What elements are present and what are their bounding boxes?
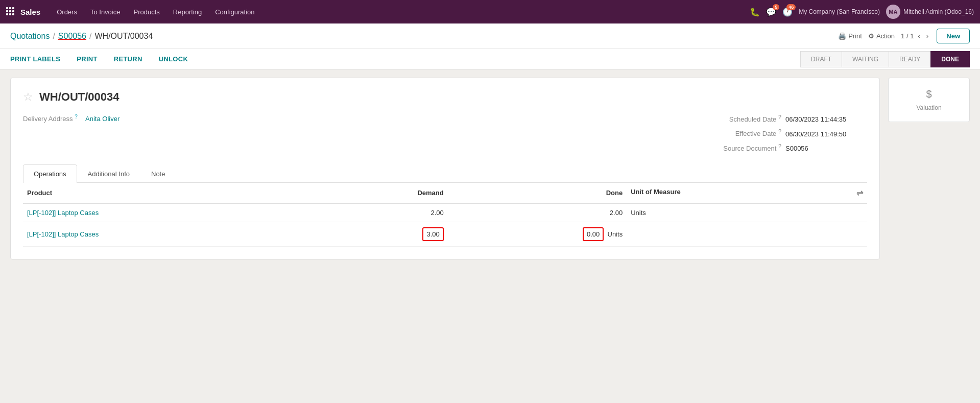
valuation-card[interactable]: $ Valuation — [888, 78, 970, 122]
chat-badge: 5 — [773, 4, 779, 10]
nav-to-invoice[interactable]: To Invoice — [84, 5, 127, 19]
chat-icon[interactable]: 💬 5 — [766, 7, 776, 17]
breadcrumb-s00056[interactable]: S00056 — [58, 32, 86, 41]
delivery-address-field: Delivery Address ? Anita Oliver — [23, 114, 119, 152]
table-row: [LP[-102]] Laptop Cases 2.00 2.00 Units — [23, 203, 867, 222]
scheduled-date-value: 06/30/2023 11:44:35 — [785, 115, 867, 123]
uom-cell-1: Units — [627, 203, 867, 222]
top-navbar: Sales Orders To Invoice Products Reporti… — [0, 0, 980, 23]
scheduled-date-help[interactable]: ? — [778, 114, 781, 120]
scheduled-date-field: Scheduled Date ? 06/30/2023 11:44:35 — [710, 114, 867, 123]
effective-date-field: Effective Date ? 06/30/2023 11:49:50 — [710, 128, 867, 137]
pager-next[interactable]: › — [924, 31, 930, 41]
breadcrumb-current: WH/OUT/00034 — [94, 32, 153, 41]
col-product: Product — [23, 183, 320, 203]
new-button[interactable]: New — [937, 29, 970, 43]
sidebar-area: $ Valuation — [888, 78, 970, 259]
nav-reporting[interactable]: Reporting — [167, 5, 208, 19]
demand-cell-2[interactable]: 3.00 — [320, 222, 447, 246]
demand-highlighted: 3.00 — [422, 227, 443, 241]
print-button[interactable]: 🖨️ Print — [838, 32, 862, 40]
breadcrumb-quotations[interactable]: Quotations — [10, 32, 50, 41]
tab-additional-info[interactable]: Additional Info — [77, 164, 140, 183]
nav-products[interactable]: Products — [127, 5, 165, 19]
operations-table: Product Demand Done Unit of Measure ⇌ [L… — [23, 183, 867, 247]
tabs: Operations Additional Info Note — [23, 164, 867, 183]
effective-date-label: Effective Date ? — [710, 128, 781, 137]
status-draft[interactable]: DRAFT — [800, 51, 842, 67]
user-name: Mitchell Admin (Odoo_16) — [903, 8, 974, 15]
user-avatar: MA — [886, 5, 900, 19]
activities-badge: 46 — [786, 4, 796, 10]
pager: 1 / 1 ‹ › — [901, 31, 930, 41]
status-waiting[interactable]: WAITING — [842, 51, 889, 67]
pager-prev[interactable]: ‹ — [916, 31, 922, 41]
dollar-icon: $ — [926, 88, 931, 100]
done-cell-1: 2.00 — [448, 203, 627, 222]
product-cell-1[interactable]: [LP[-102]] Laptop Cases — [23, 203, 320, 222]
svg-rect-3 — [6, 10, 8, 12]
tab-operations[interactable]: Operations — [23, 164, 77, 183]
done-highlighted: 0.00 — [583, 227, 604, 241]
tab-note[interactable]: Note — [140, 164, 176, 183]
favorite-star[interactable]: ☆ — [23, 90, 33, 104]
printer-icon: 🖨️ — [838, 32, 846, 40]
main-content: ☆ WH/OUT/00034 Delivery Address ? Anita … — [0, 69, 980, 268]
pager-text: 1 / 1 — [901, 32, 914, 40]
print-action-button[interactable]: PRINT — [77, 49, 106, 69]
form-area: ☆ WH/OUT/00034 Delivery Address ? Anita … — [10, 78, 880, 259]
col-demand: Demand — [320, 183, 447, 203]
nav-orders[interactable]: Orders — [51, 5, 83, 19]
activities-icon[interactable]: 🕐 46 — [782, 7, 793, 17]
navbar-right: 🐛 💬 5 🕐 46 My Company (San Francisco) MA… — [750, 5, 974, 19]
print-labels-button[interactable]: PRINT LABELS — [10, 49, 68, 69]
status-done[interactable]: DONE — [930, 51, 970, 67]
svg-rect-5 — [12, 10, 14, 12]
delivery-address-value[interactable]: Anita Oliver — [85, 115, 119, 123]
unlock-button[interactable]: UNLOCK — [159, 49, 196, 69]
delivery-address-help[interactable]: ? — [75, 114, 78, 120]
source-document-value: S00056 — [785, 145, 867, 152]
breadcrumb-actions: 🖨️ Print ⚙ Action 1 / 1 ‹ › New — [838, 29, 970, 43]
action-label: Action — [876, 32, 895, 40]
action-bar: PRINT LABELS PRINT RETURN UNLOCK DRAFT W… — [0, 49, 980, 69]
form-header: ☆ WH/OUT/00034 — [23, 90, 867, 104]
return-button[interactable]: RETURN — [114, 49, 151, 69]
demand-cell-1: 2.00 — [320, 203, 447, 222]
fields-right: Scheduled Date ? 06/30/2023 11:44:35 Eff… — [710, 114, 867, 152]
valuation-label: Valuation — [916, 104, 941, 111]
status-ready[interactable]: READY — [889, 51, 931, 67]
breadcrumb: Quotations / S00056 / WH/OUT/00034 — [10, 32, 153, 41]
company-name: My Company (San Francisco) — [799, 8, 880, 15]
tab-content: Product Demand Done Unit of Measure ⇌ [L… — [23, 183, 867, 247]
user-menu[interactable]: MA Mitchell Admin (Odoo_16) — [886, 5, 974, 19]
bug-icon[interactable]: 🐛 — [750, 7, 760, 17]
source-document-help[interactable]: ? — [778, 143, 781, 149]
svg-rect-0 — [6, 7, 8, 9]
svg-rect-7 — [9, 13, 11, 15]
breadcrumb-bar: Quotations / S00056 / WH/OUT/00034 🖨️ Pr… — [0, 23, 980, 49]
effective-date-help[interactable]: ? — [778, 128, 781, 134]
nav-configuration[interactable]: Configuration — [209, 5, 260, 19]
status-bar: DRAFT WAITING READY DONE — [801, 51, 970, 67]
navbar-brand[interactable]: Sales — [20, 8, 40, 16]
table-row: [LP[-102]] Laptop Cases 3.00 0.00 Units — [23, 222, 867, 246]
action-button[interactable]: ⚙ Action — [868, 32, 895, 40]
breadcrumb-sep1: / — [53, 32, 55, 41]
product-cell-2[interactable]: [LP[-102]] Laptop Cases — [23, 222, 320, 246]
print-label: Print — [848, 32, 862, 40]
scheduled-date-label: Scheduled Date ? — [710, 114, 781, 123]
breadcrumb-sep2: / — [89, 32, 91, 41]
source-document-field: Source Document ? S00056 — [710, 143, 867, 152]
svg-rect-2 — [12, 7, 14, 9]
uom-cell-2 — [627, 222, 867, 246]
form-title: WH/OUT/00034 — [39, 90, 119, 104]
grid-icon[interactable] — [6, 7, 14, 17]
svg-rect-4 — [9, 10, 11, 12]
col-uom: Unit of Measure ⇌ — [627, 183, 867, 203]
col-done: Done — [448, 183, 627, 203]
svg-rect-6 — [6, 13, 8, 15]
delivery-address-label: Delivery Address ? — [23, 115, 79, 123]
source-document-label: Source Document ? — [710, 143, 781, 152]
table-settings-icon[interactable]: ⇌ — [856, 188, 863, 198]
